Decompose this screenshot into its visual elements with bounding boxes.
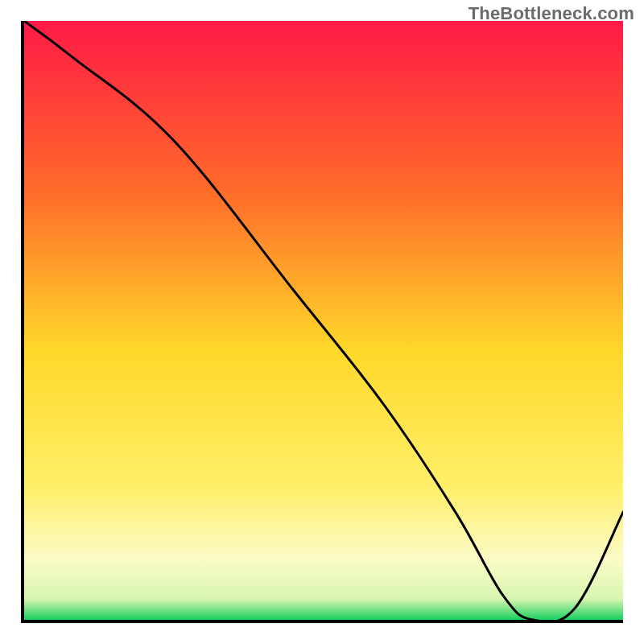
- chart-frame: TheBottleneck.com: [0, 0, 644, 644]
- plot-area: [21, 21, 623, 623]
- bottleneck-curve: [24, 21, 623, 620]
